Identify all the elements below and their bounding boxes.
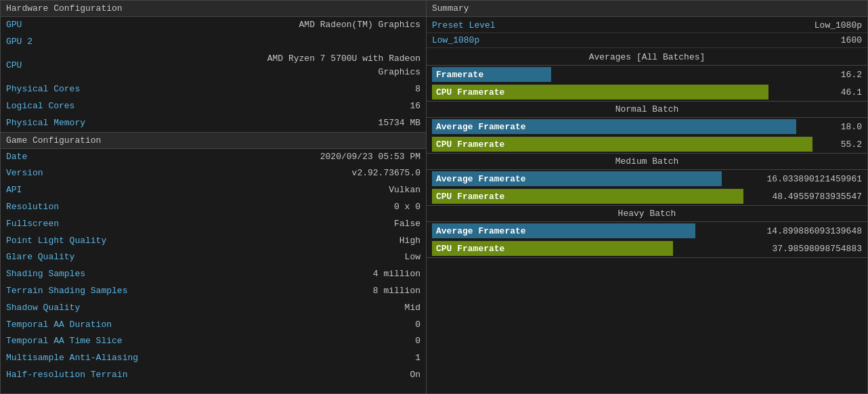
game-label: Glare Quality: [1, 249, 234, 266]
batch-framerate-row: Average Framerate 18.0: [427, 118, 867, 135]
batch-section: Heavy Batch Average Framerate 14.8998860…: [427, 206, 867, 258]
avg-framerate-value: 16.2: [828, 70, 862, 80]
preset-sub-label: Low_1080p: [432, 35, 479, 45]
game-row: Versionv2.92.73675.0: [1, 165, 426, 182]
avg-cpu-row: CPU Framerate 46.1: [427, 83, 867, 101]
batch-framerate-value: 16.033890121459961: [762, 174, 862, 184]
hardware-table: GPUAMD Radeon(TM) GraphicsGPU 2CPUAMD Ry…: [1, 17, 426, 132]
game-section: Game Configuration Date2020/09/23 05:53 …: [1, 133, 426, 393]
avg-cpu-label: CPU Framerate: [432, 87, 504, 97]
game-row: Glare QualityLow: [1, 249, 426, 266]
game-label: Half-resolution Terrain: [1, 367, 234, 384]
batch-cpu-value: 37.98598098754883: [766, 244, 862, 254]
batch-framerate-bar: Average Framerate: [432, 171, 762, 186]
batch-cpu-bar: CPU Framerate: [432, 189, 766, 204]
hw-value: 15734 MB: [234, 115, 426, 132]
batch-framerate-row: Average Framerate 14.899886093139648: [427, 222, 867, 240]
game-value: 0 x 0: [234, 199, 426, 216]
batch-cpu-label: CPU Framerate: [432, 192, 504, 202]
hardware-row: CPUAMD Ryzen 7 5700U with Radeon Graphic…: [1, 51, 426, 82]
summary-top: Preset Level Low_1080p Low_1080p 1600: [427, 17, 867, 49]
batch-cpu-row: CPU Framerate 37.98598098754883: [427, 240, 867, 257]
game-value: v2.92.73675.0: [234, 165, 426, 182]
hw-label: GPU 2: [1, 34, 234, 51]
game-label: Shadow Quality: [1, 300, 234, 317]
hw-label: Physical Memory: [1, 115, 234, 132]
batch-cpu-value: 55.2: [828, 139, 862, 150]
batch-framerate-label: Average Framerate: [432, 174, 526, 184]
batch-cpu-bar: CPU Framerate: [432, 137, 828, 152]
batch-framerate-value: 14.899886093139648: [762, 226, 862, 236]
game-label: Temporal AA Duration: [1, 317, 234, 334]
game-label: Temporal AA Time Slice: [1, 333, 234, 350]
game-row: Half-resolution TerrainOn: [1, 367, 426, 384]
batch-label: Heavy Batch: [427, 206, 867, 222]
batch-framerate-bar: Average Framerate: [432, 119, 828, 134]
game-row: Temporal AA Time Slice0: [1, 333, 426, 350]
batch-label: Medium Batch: [427, 154, 867, 170]
hardware-row: GPUAMD Radeon(TM) Graphics: [1, 17, 426, 34]
avg-framerate-row: Framerate 16.2: [427, 66, 867, 83]
hardware-row: Logical Cores16: [1, 98, 426, 115]
game-label: Version: [1, 165, 234, 182]
game-label: Resolution: [1, 199, 234, 216]
game-value: Low: [234, 249, 426, 266]
preset-level-label: Preset Level: [432, 20, 496, 30]
game-row: Temporal AA Duration0: [1, 317, 426, 334]
hw-label: Physical Cores: [1, 81, 234, 98]
game-value: 4 million: [234, 266, 426, 283]
game-row: Multisample Anti-Aliasing1: [1, 350, 426, 367]
game-label: Fullscreen: [1, 216, 234, 233]
hw-value: AMD Ryzen 7 5700U with Radeon Graphics: [234, 51, 426, 82]
right-panel: Summary Preset Level Low_1080p Low_1080p…: [427, 0, 868, 394]
hw-value: 8: [234, 81, 426, 98]
game-header: Game Configuration: [1, 133, 426, 149]
game-table: Date2020/09/23 05:53 PMVersionv2.92.7367…: [1, 149, 426, 384]
game-label: API: [1, 182, 234, 199]
hw-value: AMD Radeon(TM) Graphics: [234, 17, 426, 34]
hardware-row: GPU 2: [1, 34, 426, 51]
batch-framerate-label: Average Framerate: [432, 122, 526, 132]
game-value: Vulkan: [234, 182, 426, 199]
batches-container: Normal Batch Average Framerate 18.0 CPU …: [427, 102, 867, 258]
game-label: Shading Samples: [1, 266, 234, 283]
hw-value: 16: [234, 98, 426, 115]
game-row: FullscreenFalse: [1, 216, 426, 233]
preset-level-row: Preset Level Low_1080p: [427, 18, 867, 33]
game-value: Mid: [234, 300, 426, 317]
game-row: Point Light QualityHigh: [1, 233, 426, 250]
batch-section: Normal Batch Average Framerate 18.0 CPU …: [427, 102, 867, 154]
batch-section: Medium Batch Average Framerate 16.033890…: [427, 154, 867, 206]
hw-label: GPU: [1, 17, 234, 34]
game-row: Resolution0 x 0: [1, 199, 426, 216]
game-label: Point Light Quality: [1, 233, 234, 250]
hw-label: Logical Cores: [1, 98, 234, 115]
averages-section: Averages [All Batches] Framerate 16.2 CP…: [427, 49, 867, 102]
hardware-row: Physical Memory15734 MB: [1, 115, 426, 132]
batch-cpu-row: CPU Framerate 48.49559783935547: [427, 188, 867, 205]
game-row: Date2020/09/23 05:53 PM: [1, 149, 426, 166]
averages-header: Averages [All Batches]: [427, 49, 867, 66]
batch-framerate-label: Average Framerate: [432, 226, 526, 236]
game-value: 8 million: [234, 283, 426, 300]
game-row: Shadow QualityMid: [1, 300, 426, 317]
batch-cpu-bar: CPU Framerate: [432, 241, 766, 256]
hw-label: CPU: [1, 51, 234, 82]
game-label: Multisample Anti-Aliasing: [1, 350, 234, 367]
game-label: Terrain Shading Samples: [1, 283, 234, 300]
game-value: High: [234, 233, 426, 250]
game-value: On: [234, 367, 426, 384]
game-value: 2020/09/23 05:53 PM: [234, 149, 426, 166]
avg-framerate-label: Framerate: [432, 70, 483, 80]
preset-level-value: Low_1080p: [815, 20, 862, 30]
batch-framerate-row: Average Framerate 16.033890121459961: [427, 170, 867, 188]
batch-framerate-value: 18.0: [828, 122, 862, 132]
game-label: Date: [1, 149, 234, 166]
hw-value: [234, 34, 426, 51]
hardware-header: Hardware Configuration: [1, 1, 426, 17]
hardware-section: Hardware Configuration GPUAMD Radeon(TM)…: [1, 1, 426, 133]
game-value: 0: [234, 317, 426, 334]
avg-cpu-value: 46.1: [828, 87, 862, 97]
batch-cpu-value: 48.49559783935547: [766, 192, 862, 202]
avg-cpu-bar: CPU Framerate: [432, 85, 828, 100]
